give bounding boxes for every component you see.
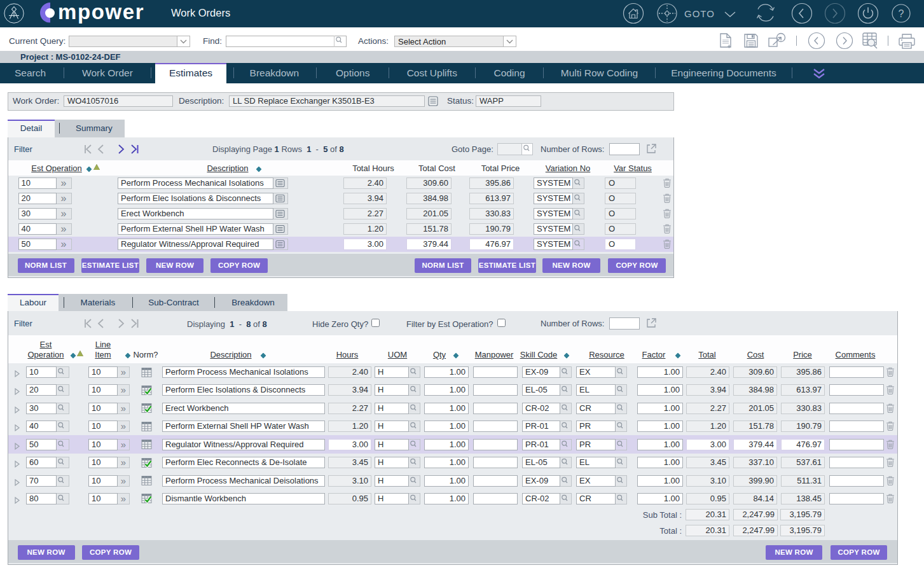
svg-text:?: ? xyxy=(899,8,904,19)
